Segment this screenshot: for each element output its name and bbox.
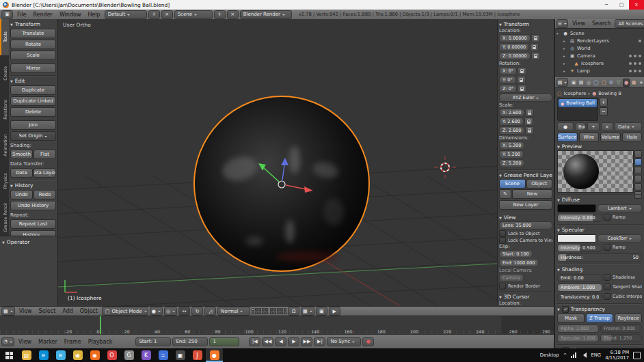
help-menu[interactable]: Help: [85, 12, 103, 18]
history-panel-header[interactable]: History: [10, 182, 56, 189]
duplicate-linked-button[interactable]: Duplicate Linked: [10, 96, 56, 106]
layout-add-button[interactable]: +: [148, 10, 160, 19]
tab-render[interactable]: ▣: [570, 79, 577, 87]
gp-new-layer-button[interactable]: New Layer: [499, 200, 552, 210]
snap-magnet-toggle[interactable]: Ω: [288, 307, 299, 316]
cursor-3d[interactable]: [434, 156, 456, 178]
lock-icon[interactable]: [525, 109, 534, 117]
fresnel-slider[interactable]: Fresnel: 0.000: [600, 324, 642, 333]
diffuse-panel-header[interactable]: Diffuse: [557, 196, 642, 204]
tab-texture[interactable]: ▦: [630, 79, 637, 87]
lock-camera-checkbox[interactable]: Lock Camera to View: [499, 237, 552, 244]
opengl-render-anim-button[interactable]: ▶: [329, 307, 340, 316]
type-surface-button[interactable]: Surface: [557, 133, 578, 142]
set-origin-menu[interactable]: Set Origin: [10, 131, 56, 141]
gp-new-button[interactable]: New: [512, 189, 552, 199]
emit-slider[interactable]: Emit: 0.00: [557, 274, 602, 282]
np-3d-cursor-header[interactable]: 3D Cursor: [499, 293, 552, 301]
render-menu[interactable]: Render: [30, 12, 55, 18]
taskbar-java-installer[interactable]: J: [189, 348, 206, 362]
transp-raytrace-button[interactable]: Raytrace: [615, 314, 642, 323]
location-y-field[interactable]: Y: 0.00000: [499, 43, 529, 51]
tab-particles[interactable]: ∗: [638, 79, 644, 87]
start-button[interactable]: [0, 348, 18, 362]
render-toggle-icon[interactable]: [639, 62, 641, 65]
lock-icon[interactable]: [517, 76, 526, 84]
gp-source-scene-button[interactable]: Scene: [499, 179, 526, 189]
lock-to-object-checkbox[interactable]: Lock to Object: [499, 230, 552, 237]
lock-icon[interactable]: [525, 126, 534, 135]
scale-button[interactable]: Scale: [10, 51, 56, 60]
editor-type-timeline-select[interactable]: ◔: [1, 337, 14, 346]
taskbar-clock[interactable]: 6:18 PM 4/15/2017: [605, 350, 629, 361]
ambient-slider[interactable]: Ambient: 1.000: [557, 283, 602, 292]
transform-panel-header[interactable]: Transform: [10, 20, 56, 28]
outliner-item-camera[interactable]: ▸ ▣ Camera: [556, 52, 643, 59]
np-grease-pencil-header[interactable]: Grease Pencil Layers: [499, 171, 552, 179]
taskbar-file-explorer[interactable]: ▤: [18, 348, 35, 362]
repeat-last-button[interactable]: Repeat Last: [10, 219, 56, 229]
tray-chevron-up-icon[interactable]: ^: [563, 352, 567, 358]
material-slot-active[interactable]: ● Bowling Ball: [559, 99, 597, 107]
gp-source-object-button[interactable]: Object: [526, 179, 553, 189]
duplicate-button[interactable]: Duplicate: [10, 85, 56, 95]
preview-cube-button[interactable]: [634, 167, 642, 174]
taskbar-notepad[interactable]: ▣: [172, 348, 189, 362]
material-add-user-button[interactable]: +: [587, 122, 600, 131]
taskbar-blender[interactable]: ●: [206, 348, 223, 362]
diffuse-shader-select[interactable]: Lambert: [598, 204, 642, 212]
rotation-z-field[interactable]: Z: 0°: [499, 85, 517, 93]
location-z-field[interactable]: Z: 0.00000: [499, 52, 531, 60]
desktop-label[interactable]: Desktop: [540, 352, 559, 358]
shading-panel-header[interactable]: Shading: [557, 266, 642, 273]
material-slot-list[interactable]: ● Bowling Ball: [557, 98, 598, 121]
eye-icon[interactable]: [629, 55, 632, 57]
taskbar-opera[interactable]: O: [103, 348, 120, 362]
render-toggle-icon[interactable]: [639, 55, 641, 57]
outliner-view-menu[interactable]: View: [569, 20, 588, 27]
np-view-header[interactable]: View: [499, 214, 552, 221]
translucency-slider[interactable]: Translucency: 0.000: [557, 293, 602, 301]
rotation-mode-select[interactable]: XYZ Euler: [499, 94, 552, 102]
expand-icon[interactable]: ▸: [563, 69, 567, 73]
expand-icon[interactable]: ▸: [563, 39, 567, 43]
specular-shader-select[interactable]: CookTorr: [598, 234, 642, 242]
operator-panel-header[interactable]: Operator: [2, 238, 55, 246]
outliner-item-world[interactable]: ▸ ◎ World: [556, 44, 643, 52]
close-button[interactable]: ×: [629, 0, 644, 10]
tab-material[interactable]: ●: [623, 79, 630, 87]
language-indicator[interactable]: ENG: [591, 352, 601, 358]
select-toggle-icon[interactable]: [634, 55, 636, 57]
taskbar-chrome[interactable]: ◉: [69, 348, 86, 362]
shade-smooth-button[interactable]: Smooth: [10, 150, 33, 159]
scale-y-field[interactable]: Y: 2.600: [499, 117, 524, 126]
outliner-display-select[interactable]: All Scenes: [615, 19, 644, 28]
tab-scene[interactable]: ◎: [585, 79, 592, 87]
prev-keyframe-button[interactable]: ◀◀: [262, 337, 273, 346]
eye-icon[interactable]: [629, 62, 632, 65]
material-unlink-button[interactable]: ×: [601, 122, 613, 131]
lock-icon[interactable]: [530, 43, 539, 51]
tl-marker-menu[interactable]: Marker: [36, 339, 60, 345]
screen-layout-select[interactable]: Default: [105, 10, 147, 19]
snap-element-select[interactable]: ▦: [301, 307, 314, 316]
play-reverse-button[interactable]: ◀: [275, 337, 286, 346]
scale-z-field[interactable]: Z: 2.600: [499, 126, 524, 135]
transparency-panel-header[interactable]: Transparency: [557, 305, 642, 313]
preview-sphere-button[interactable]: [634, 158, 642, 166]
dimensions-x-field[interactable]: X: 5.200: [499, 141, 524, 150]
material-name-field[interactable]: Bowling Ball: [575, 122, 586, 131]
transform-orientation-select[interactable]: Normal: [217, 307, 250, 316]
frame-start-field[interactable]: Start: 1: [135, 337, 171, 346]
editor-type-3d-select[interactable]: ▦: [1, 307, 15, 316]
scene-delete-button[interactable]: ×: [227, 10, 239, 19]
expand-icon[interactable]: ▸: [563, 46, 567, 51]
select-toggle-icon[interactable]: [634, 70, 636, 72]
next-keyframe-button[interactable]: ▶▶: [301, 337, 312, 346]
maximize-button[interactable]: ▢: [614, 0, 629, 10]
specular-color-swatch[interactable]: [557, 234, 596, 242]
breadcrumb-object[interactable]: Icosphere: [563, 91, 586, 96]
data-layout-button[interactable]: Data Layout: [33, 168, 56, 178]
tl-view-menu[interactable]: View: [16, 339, 34, 345]
frame-end-field[interactable]: End: 250: [172, 337, 208, 346]
